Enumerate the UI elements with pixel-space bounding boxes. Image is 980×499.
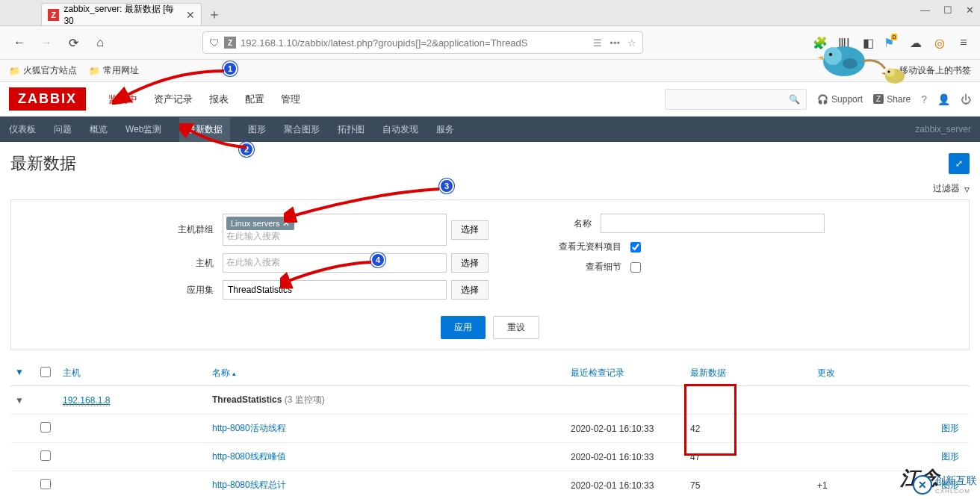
browser-tab[interactable]: Z zabbix_server: 最新数据 [每30 ✕ bbox=[41, 3, 202, 25]
appset-select-button[interactable]: 选择 bbox=[451, 280, 489, 300]
close-window-icon[interactable]: ✕ bbox=[966, 4, 974, 16]
share-link[interactable]: ZShare bbox=[873, 94, 911, 105]
fullscreen-button[interactable]: ⤢ bbox=[949, 153, 970, 174]
name-input[interactable] bbox=[601, 214, 825, 233]
maximize-icon[interactable]: ☐ bbox=[943, 4, 952, 16]
filter-panel: 主机群组 Linux servers✕ 在此输入搜索 选择 主机 在此输入搜索 … bbox=[10, 199, 970, 350]
subnav-graphs[interactable]: 图形 bbox=[248, 123, 266, 136]
bookmarks-bar: 📁火狐官方站点 📁常用网址 移动设备上的书签 bbox=[0, 60, 980, 82]
browser-toolbar: ← → ⟳ ⌂ 🛡 Z 192.168.1.10/zabbix/latest.p… bbox=[0, 26, 980, 60]
global-search[interactable]: 🔍 bbox=[665, 89, 807, 110]
hostgroup-multiselect[interactable]: Linux servers✕ 在此输入搜索 bbox=[223, 214, 447, 246]
header-name[interactable]: 名称 bbox=[212, 367, 571, 379]
item-link[interactable]: http-8080线程峰值 bbox=[212, 451, 286, 462]
nav-admin[interactable]: 管理 bbox=[281, 93, 300, 106]
back-button[interactable]: ← bbox=[9, 32, 30, 53]
new-tab-button[interactable]: ＋ bbox=[202, 3, 227, 25]
reset-button[interactable]: 重设 bbox=[493, 316, 539, 339]
help-icon[interactable]: ? bbox=[921, 93, 927, 105]
header-host[interactable]: 主机 bbox=[63, 367, 212, 379]
label-host: 主机 bbox=[155, 257, 223, 270]
label-name: 名称 bbox=[533, 217, 601, 230]
subnav-web[interactable]: Web监测 bbox=[125, 123, 161, 136]
app-count: (3 监控项) bbox=[285, 394, 325, 405]
user-icon[interactable]: 👤 bbox=[937, 93, 950, 105]
item-link[interactable]: http-8080活动线程 bbox=[212, 423, 286, 433]
row-checkbox[interactable] bbox=[40, 422, 51, 433]
filter-label[interactable]: 过滤器 bbox=[933, 182, 960, 195]
chip-remove-icon[interactable]: ✕ bbox=[282, 218, 290, 229]
hostgroup-chip[interactable]: Linux servers✕ bbox=[226, 217, 294, 230]
row-checkbox[interactable] bbox=[40, 479, 51, 489]
minimize-icon[interactable]: — bbox=[920, 4, 930, 16]
subnav-screens[interactable]: 聚合图形 bbox=[284, 123, 320, 136]
graph-link[interactable]: 图形 bbox=[941, 451, 959, 462]
graph-link[interactable]: 图形 bbox=[941, 423, 959, 433]
bookmark-mobile[interactable]: 移动设备上的书签 bbox=[899, 64, 971, 77]
reader-icon[interactable]: ☰ bbox=[593, 37, 602, 49]
url-text: 192.168.1.10/zabbix/latest.php?groupids[… bbox=[241, 37, 528, 49]
subnav-overview[interactable]: 概览 bbox=[90, 123, 108, 136]
subnav-maps[interactable]: 拓扑图 bbox=[338, 123, 365, 136]
reload-button[interactable]: ⟳ bbox=[63, 32, 84, 53]
menu-icon[interactable]: ≡ bbox=[956, 35, 971, 50]
main-nav: 监测中 资产记录 报表 配置 管理 bbox=[108, 93, 300, 106]
nav-monitoring[interactable]: 监测中 bbox=[108, 93, 137, 106]
tab-close-icon[interactable]: ✕ bbox=[186, 9, 195, 21]
page-title-row: 最新数据 ⤢ bbox=[0, 142, 980, 182]
subnav-problems[interactable]: 问题 bbox=[54, 123, 72, 136]
header-change[interactable]: 更改 bbox=[817, 367, 907, 379]
appset-input[interactable] bbox=[223, 280, 447, 300]
tab-favicon: Z bbox=[48, 9, 59, 21]
ext3-icon[interactable]: ◎ bbox=[932, 35, 947, 50]
label-hostgroup: 主机群组 bbox=[155, 223, 223, 236]
more-icon[interactable]: ••• bbox=[610, 37, 620, 49]
zabbix-logo[interactable]: ZABBIX bbox=[9, 87, 86, 111]
expand-all-icon[interactable]: ▼ bbox=[15, 367, 40, 379]
server-label: zabbix_server bbox=[915, 124, 971, 134]
forward-button[interactable]: → bbox=[36, 32, 57, 53]
nodata-checkbox[interactable] bbox=[630, 242, 641, 252]
hostgroup-select-button[interactable]: 选择 bbox=[451, 220, 489, 240]
nav-config[interactable]: 配置 bbox=[245, 93, 264, 106]
annotation-badge-4: 4 bbox=[370, 252, 385, 267]
subnav-latest[interactable]: 最新数据 bbox=[179, 117, 230, 142]
library-icon[interactable]: ⅢⅠ bbox=[837, 35, 852, 50]
hostgroup-placeholder: 在此输入搜索 bbox=[226, 231, 280, 241]
home-button[interactable]: ⌂ bbox=[90, 32, 111, 53]
flag-icon[interactable]: ⚑0 bbox=[884, 35, 899, 50]
sidebar-icon[interactable]: ◧ bbox=[860, 35, 875, 50]
subnav-services[interactable]: 服务 bbox=[436, 123, 454, 136]
ext2-icon[interactable]: ☁ bbox=[908, 35, 923, 50]
cell-time: 2020-02-01 16:10:33 bbox=[571, 424, 690, 434]
extension-puzzle-icon[interactable]: 🧩 bbox=[813, 35, 828, 50]
table-header: ▼ 主机 名称 最近检查记录 最新数据 更改 bbox=[10, 361, 970, 386]
table-row: http-8080线程峰值 2020-02-01 16:10:33 47 图形 bbox=[10, 443, 970, 471]
subnav-discovery[interactable]: 自动发现 bbox=[382, 123, 418, 136]
url-bar[interactable]: 🛡 Z 192.168.1.10/zabbix/latest.php?group… bbox=[202, 31, 643, 54]
collapse-icon[interactable]: ▼ bbox=[15, 395, 40, 406]
header-lastcheck[interactable]: 最近检查记录 bbox=[571, 367, 690, 379]
item-link[interactable]: http-8080线程总计 bbox=[212, 480, 286, 490]
select-all-checkbox[interactable] bbox=[40, 367, 51, 377]
support-link[interactable]: 🎧Support bbox=[817, 94, 863, 105]
subnav-dashboard[interactable]: 仪表板 bbox=[9, 123, 36, 136]
row-checkbox[interactable] bbox=[40, 450, 51, 461]
nav-inventory[interactable]: 资产记录 bbox=[154, 93, 193, 106]
host-link[interactable]: 192.168.1.8 bbox=[63, 395, 110, 406]
window-controls: — ☐ ✕ bbox=[920, 4, 974, 16]
host-select-button[interactable]: 选择 bbox=[451, 253, 489, 273]
details-checkbox[interactable] bbox=[630, 262, 641, 273]
header-lastvalue[interactable]: 最新数据 bbox=[690, 367, 817, 379]
bookmark-star-icon[interactable]: ☆ bbox=[627, 37, 636, 49]
filter-funnel-icon[interactable]: ▿ bbox=[964, 183, 970, 195]
zabbix-header: ZABBIX 监测中 资产记录 报表 配置 管理 🔍 🎧Support ZSha… bbox=[0, 82, 980, 117]
bookmark-common[interactable]: 📁常用网址 bbox=[89, 64, 139, 77]
apply-button[interactable]: 应用 bbox=[441, 316, 486, 339]
power-icon[interactable]: ⏻ bbox=[961, 93, 971, 105]
cell-value: 47 bbox=[690, 452, 817, 462]
annotation-badge-2: 2 bbox=[239, 142, 254, 157]
nav-reports[interactable]: 报表 bbox=[209, 93, 229, 106]
bookmark-firefox[interactable]: 📁火狐官方站点 bbox=[9, 64, 77, 77]
host-multiselect[interactable]: 在此输入搜索 bbox=[223, 253, 447, 273]
